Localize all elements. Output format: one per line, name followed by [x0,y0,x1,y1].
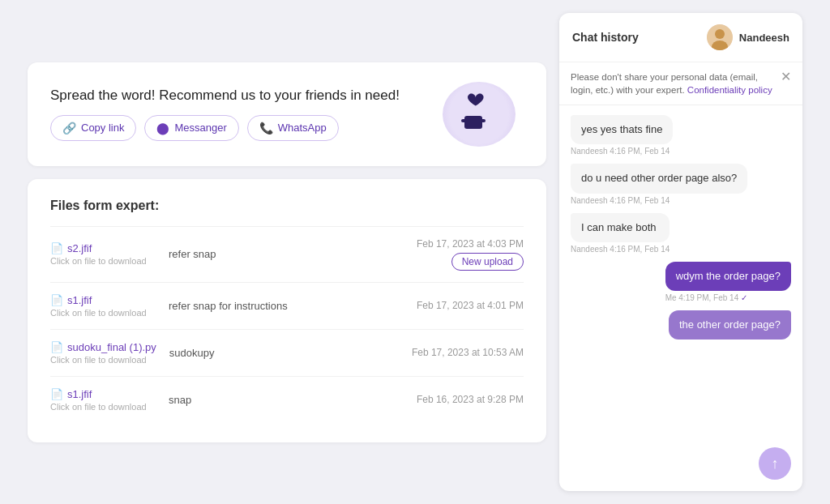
msg-meta: Nandeesh 4:16 PM, Feb 14 [571,196,747,205]
graphic-circle [443,82,516,147]
referral-content: Spread the word! Recommend us to your fr… [50,88,434,141]
file-info: 📄 s1.jfif Click on file to download [50,294,156,318]
messenger-label: Messanger [174,122,226,134]
chat-header: Chat history Nandeesh [559,13,802,62]
messenger-icon: ⬤ [156,122,169,135]
bubble-text: wdym the order page? [665,262,791,291]
bubble-text: yes yes thats fine [571,115,673,144]
privacy-text: Please don't share your personal data (e… [571,70,774,96]
file-download-hint: Click on file to download [50,256,156,266]
file-name[interactable]: 📄 s2.jfif [50,242,156,254]
chat-panel: Chat history Nandeesh Please don't share… [559,13,802,491]
file-date-area: Feb 17, 2023 at 10:53 AM [412,347,524,358]
file-desc: refer snap for instructions [169,300,404,312]
svg-point-3 [715,29,725,39]
avatar [707,24,733,50]
close-privacy-button[interactable]: ✕ [781,70,791,83]
scroll-up-button[interactable]: ↑ [759,447,791,480]
messenger-button[interactable]: ⬤ Messanger [144,115,238,141]
file-date: Feb 17, 2023 at 4:01 PM [417,300,524,311]
message-bubble: I can make both Nandeesh 4:16 PM, Feb 14 [571,213,670,254]
chat-username: Nandeesh [739,32,789,44]
msg-meta: Me 4:19 PM, Feb 14 ✓ [665,293,791,302]
file-desc: snap [169,394,404,406]
file-info: 📄 s2.jfif Click on file to download [50,242,156,266]
file-date-area: Feb 16, 2023 at 9:28 PM [417,394,524,405]
copy-link-button[interactable]: 🔗 Copy link [50,115,136,141]
chat-user: Nandeesh [707,24,789,50]
file-desc: refer snap [169,248,404,260]
file-info: 📄 sudoku_final (1).py Click on file to d… [50,341,156,365]
svg-rect-1 [461,119,486,122]
whatsapp-label: WhatsApp [278,122,327,134]
file-icon: 📄 [50,242,63,254]
heart-hand-icon [455,90,503,139]
confidentiality-link[interactable]: Confidentiality policy [687,85,772,95]
msg-meta: Nandeesh 4:16 PM, Feb 14 [571,147,673,156]
file-row: 📄 s2.jfif Click on file to download refe… [50,226,524,282]
file-row: 📄 s1.jfif Click on file to download refe… [50,282,524,329]
file-row: 📄 sudoku_final (1).py Click on file to d… [50,329,524,376]
check-icon: ✓ [741,293,747,302]
chat-title: Chat history [572,31,639,44]
message-bubble: wdym the order page? Me 4:19 PM, Feb 14 … [665,262,791,302]
left-panel: Spread the word! Recommend us to your fr… [28,62,546,442]
referral-banner: Spread the word! Recommend us to your fr… [28,62,546,166]
referral-title: Spread the word! Recommend us to your fr… [50,88,434,104]
privacy-notice: Please don't share your personal data (e… [559,62,802,105]
bubble-text: the other order page? [669,310,791,340]
whatsapp-button[interactable]: 📞 WhatsApp [247,115,339,141]
file-name[interactable]: 📄 s1.jfif [50,388,156,400]
referral-graphic [434,82,524,147]
file-name[interactable]: 📄 s1.jfif [50,294,156,306]
file-icon: 📄 [50,294,63,306]
bubble-text: do u need other order page also? [571,164,747,193]
file-name[interactable]: 📄 sudoku_final (1).py [50,341,156,353]
file-download-hint: Click on file to download [50,308,156,318]
file-date: Feb 17, 2023 at 10:53 AM [412,347,524,358]
avatar-image [707,24,733,50]
message-bubble: the other order page? [669,310,791,340]
files-title: Files form expert: [50,199,524,213]
referral-buttons: 🔗 Copy link ⬤ Messanger 📞 WhatsApp [50,115,434,141]
file-date-area: Feb 17, 2023 at 4:03 PM New upload [417,238,524,271]
file-download-hint: Click on file to download [50,402,156,412]
file-icon: 📄 [50,388,63,400]
message-bubble: do u need other order page also? Nandees… [571,164,747,204]
message-bubble: yes yes thats fine Nandeesh 4:16 PM, Feb… [571,115,673,156]
file-date: Feb 17, 2023 at 4:03 PM [417,238,524,250]
file-download-hint: Click on file to download [50,355,156,365]
files-section: Files form expert: 📄 s2.jfif Click on fi… [28,179,546,442]
whatsapp-icon: 📞 [259,122,273,135]
file-row: 📄 s1.jfif Click on file to download snap… [50,376,524,423]
new-upload-button[interactable]: New upload [451,253,524,271]
chat-messages: yes yes thats fine Nandeesh 4:16 PM, Feb… [559,105,802,491]
link-icon: 🔗 [62,122,76,135]
bubble-text: I can make both [571,213,670,242]
file-info: 📄 s1.jfif Click on file to download [50,388,156,412]
file-date: Feb 16, 2023 at 9:28 PM [417,394,524,405]
file-icon: 📄 [50,341,63,353]
copy-link-label: Copy link [81,122,124,134]
msg-meta: Nandeesh 4:16 PM, Feb 14 [571,245,670,254]
file-date-area: Feb 17, 2023 at 4:01 PM [417,300,524,311]
file-desc: sudokupy [169,347,399,359]
